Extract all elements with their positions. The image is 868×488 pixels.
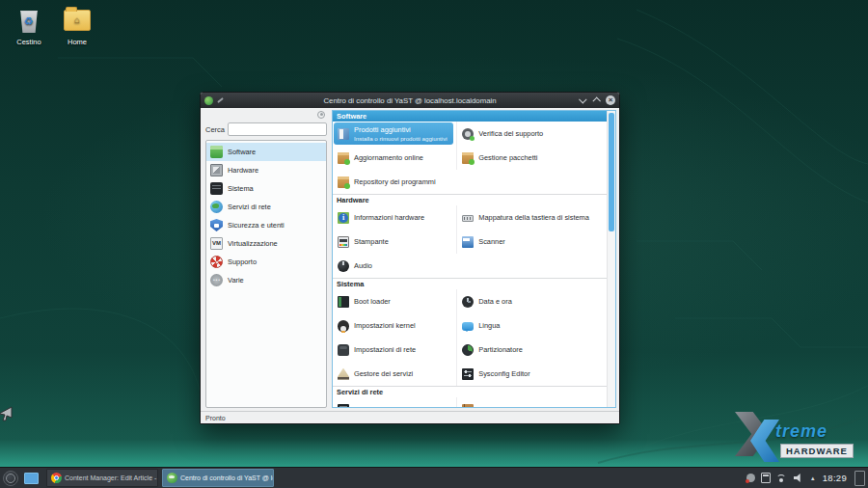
logo-hardware-text: HARDWARE [780,444,854,458]
minimize-button[interactable] [579,95,586,103]
module-label: Lingua [478,321,500,330]
section-header-sistema: Sistema [333,278,608,289]
app-launcher-icon[interactable] [3,471,18,486]
chrome-icon [51,473,62,483]
virtual-desktop-pager[interactable] [24,473,39,484]
task-label: Content Manager: Edit Article - Xtr... [65,474,158,481]
desktop-icon-trash[interactable]: ♻ Cestino [4,6,54,46]
keyboard-icon [462,215,474,222]
sidebar-item-label: Hardware [228,166,258,175]
maximize-button[interactable] [592,96,600,104]
module-ldap-e-kerberos[interactable]: LDAP e Kerberos [456,397,608,407]
ldap-kerberos-icon [462,404,474,408]
sidebar-item-servizi-di-rete[interactable]: Servizi di rete [206,198,326,216]
system-category-icon [210,182,223,195]
module-label: Aggiornamento online [354,153,423,162]
desktop-icon-label: Home [52,38,102,46]
network-category-icon [210,201,223,213]
sidebar-item-label: Virtualizzazione [228,239,278,248]
module-label: Prodotti aggiuntivi [354,125,448,134]
hardware-info-icon [338,212,349,224]
sidebar-item-virtualizzazione[interactable]: Virtualizzazione [206,234,326,253]
scanner-icon [462,236,474,248]
sidebar-item-software[interactable]: Software [206,143,326,161]
module-label: Repository dei programmi [354,177,436,186]
module-list: SoftwareProdotti aggiuntiviInstalla o ri… [333,111,608,407]
scrollbar-thumb[interactable] [609,113,614,231]
section-header-software: Software [333,111,608,122]
sidebar-item-label: Sistema [228,184,254,193]
window-titlebar[interactable]: Centro di controllo di YaST @ localhost.… [201,93,619,108]
search-input[interactable] [228,122,327,136]
support-check-icon [462,128,474,140]
house-glyph: ⌂ [74,15,80,25]
expand-tray-icon[interactable] [809,474,817,482]
taskbar-task-content-manager-edit-article[interactable]: Content Manager: Edit Article - Xtr... [46,469,158,487]
module-audio[interactable]: Audio [333,254,456,278]
module-impostazioni-di-rete[interactable]: Impostazioni di rete [333,338,456,362]
vertical-scrollbar[interactable] [607,111,615,407]
module-nomi-host[interactable]: Nomi host [333,397,456,407]
pin-icon[interactable] [217,97,224,103]
status-text: Pronto [205,415,226,421]
taskbar: Content Manager: Edit Article - Xtr...Ce… [0,467,868,488]
gear-icon[interactable] [317,111,325,119]
taskbar-task-centro-di-controllo-di-yast-[interactable]: Centro di controllo di YaST @ local... [162,469,274,487]
recycle-glyph: ♻ [24,16,34,27]
sidebar-category-list: SoftwareHardwareSistemaServizi di reteSi… [205,140,327,408]
module-partizionatore[interactable]: Partizionatore [456,338,608,362]
module-lingua[interactable]: Lingua [456,313,608,338]
show-desktop-button[interactable] [854,471,865,486]
desktop-icon-home[interactable]: ⌂ Home [52,6,102,46]
virtualization-category-icon [210,237,223,250]
sidebar-item-label: Varie [228,276,244,285]
module-repository-dei-programmi[interactable]: Repository dei programmi [333,170,456,194]
kernel-tux-icon [338,320,349,332]
module-mappatura-della-tastiera-di-sistema[interactable]: Mappatura della tastiera di sistema [456,205,608,230]
module-label: Sysconfig Editor [478,369,529,378]
sidebar-item-varie[interactable]: Varie [206,271,326,289]
module-label: Verifica del supporto [478,129,543,138]
task-label: Centro di controllo di YaST @ local... [180,474,274,481]
mouse-cursor [0,406,14,421]
module-scanner[interactable]: Scanner [456,230,608,254]
sidebar-item-supporto[interactable]: Supporto [206,253,326,271]
yast-window: Centro di controllo di YaST @ localhost.… [200,92,620,424]
module-gestore-dei-servizi[interactable]: Gestore dei servizi [333,362,456,386]
section-header-servizi-di-rete: Servizi di rete [333,386,608,397]
updates-icon[interactable] [746,474,755,482]
clipboard-icon[interactable] [761,473,771,483]
sidebar: Cerca SoftwareHardwareSistemaServizi di … [201,108,330,411]
wifi-icon[interactable] [776,474,788,482]
bootloader-icon [338,296,349,308]
clock[interactable]: 18:29 [823,473,847,483]
window-title: Centro di controllo di YaST @ localhost.… [201,96,619,105]
sidebar-item-sicurezza-e-utenti[interactable]: Sicurezza e utenti [206,216,326,234]
status-bar: Pronto [201,411,619,423]
module-data-e-ora[interactable]: Data e ora [456,289,608,313]
module-label: Audio [354,261,372,270]
module-label: Stampante [354,237,389,246]
module-sysconfig-editor[interactable]: Sysconfig Editor [456,362,608,386]
module-informazioni-hardware[interactable]: Informazioni hardware [333,205,456,230]
misc-category-icon [210,274,223,286]
sidebar-item-hardware[interactable]: Hardware [206,161,326,179]
module-gestione-pacchetti[interactable]: Gestione pacchetti [456,146,608,170]
module-prodotti-aggiuntivi[interactable]: Prodotti aggiuntiviInstalla o rimuovi pr… [334,122,453,145]
software-category-icon [210,146,223,158]
close-button[interactable]: × [606,95,615,105]
module-label: Data e ora [478,297,512,306]
services-manager-icon [338,368,349,380]
volume-icon[interactable] [794,474,803,483]
module-stampante[interactable]: Stampante [333,230,456,254]
partitioner-icon [462,344,474,356]
package-manager-icon [462,152,474,164]
module-verifica-del-supporto[interactable]: Verifica del supporto [456,122,608,146]
module-label: Impostazioni di rete [354,345,416,354]
module-impostazioni-kernel[interactable]: Impostazioni kernel [333,313,456,338]
module-label: Boot loader [354,297,391,306]
module-aggiornamento-online[interactable]: Aggiornamento online [333,146,456,170]
sidebar-item-sistema[interactable]: Sistema [206,179,326,198]
sidebar-item-label: Sicurezza e utenti [228,221,285,230]
module-boot-loader[interactable]: Boot loader [333,289,456,313]
